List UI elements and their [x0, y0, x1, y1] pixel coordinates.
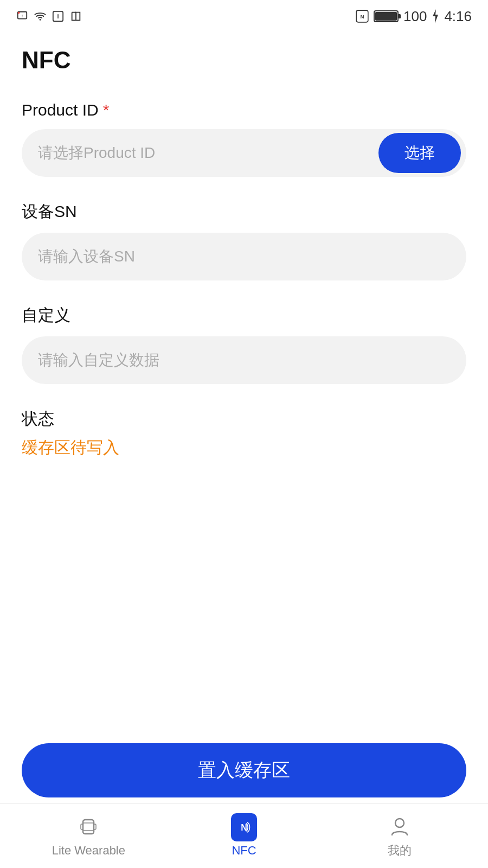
nav-label-mine: 我的	[388, 843, 412, 859]
svg-rect-10	[398, 14, 401, 18]
page-title: NFC	[22, 47, 466, 74]
svg-text:!: !	[22, 14, 23, 18]
svg-marker-11	[433, 9, 438, 23]
svg-point-1	[18, 12, 20, 14]
battery-level: 100	[403, 8, 427, 25]
status-bar: ! i N	[0, 0, 488, 30]
battery-icon	[374, 9, 402, 23]
mine-icon	[387, 813, 413, 839]
svg-text:N: N	[360, 14, 364, 20]
device-sn-input[interactable]: 请输入设备SN	[22, 233, 466, 280]
status-time: 4:16	[444, 8, 472, 25]
svg-rect-14	[81, 824, 83, 829]
status-section: 状态 缓存区待写入	[22, 408, 466, 459]
bottom-action-area: 置入缓存区	[22, 743, 466, 797]
device-sn-label: 设备SN	[22, 201, 466, 223]
status-value: 缓存区待写入	[22, 437, 466, 459]
svg-rect-15	[94, 824, 96, 829]
svg-point-3	[40, 19, 41, 21]
nav-label-lite-wearable: Lite Wearable	[52, 844, 125, 858]
bottom-nav: Lite Wearable N NFC 我的	[0, 803, 488, 868]
svg-rect-13	[83, 823, 94, 831]
nfc-nav-icon: N	[231, 814, 257, 840]
status-label: 状态	[22, 408, 466, 430]
nav-item-mine[interactable]: 我的	[322, 813, 477, 859]
custom-placeholder: 请输入自定义数据	[38, 350, 159, 371]
info-icon: i	[52, 10, 64, 22]
custom-input[interactable]: 请输入自定义数据	[22, 336, 466, 384]
nav-item-nfc[interactable]: N NFC	[166, 814, 322, 858]
svg-point-18	[395, 819, 404, 827]
lite-wearable-icon	[75, 814, 101, 840]
select-button[interactable]: 选择	[378, 133, 461, 173]
main-content: NFC Product ID * 请选择Product ID 选择 设备SN 请…	[0, 30, 488, 459]
nfc-status-icon: N	[355, 9, 369, 23]
product-id-row[interactable]: 请选择Product ID 选择	[22, 129, 466, 177]
svg-rect-12	[83, 820, 94, 834]
product-id-label: Product ID *	[22, 101, 466, 119]
notification-icon: !	[16, 10, 28, 22]
product-id-section: Product ID * 请选择Product ID 选择	[22, 101, 466, 177]
status-right: N 100 4:16	[355, 8, 472, 25]
required-indicator: *	[103, 101, 110, 119]
wifi-icon	[34, 10, 47, 22]
device-sn-section: 设备SN 请输入设备SN	[22, 201, 466, 280]
product-id-placeholder: 请选择Product ID	[38, 143, 378, 163]
battery-indicator: 100	[374, 8, 427, 25]
svg-rect-9	[375, 12, 397, 21]
custom-section: 自定义 请输入自定义数据	[22, 304, 466, 384]
status-icons-left: ! i	[16, 10, 82, 22]
main-action-button[interactable]: 置入缓存区	[22, 743, 466, 797]
charging-icon	[431, 9, 440, 23]
nav-item-lite-wearable[interactable]: Lite Wearable	[11, 814, 166, 858]
device-sn-placeholder: 请输入设备SN	[38, 246, 135, 267]
custom-label: 自定义	[22, 304, 466, 327]
svg-text:i: i	[57, 13, 59, 20]
nav-label-nfc: NFC	[232, 844, 256, 858]
book-icon	[69, 10, 82, 22]
